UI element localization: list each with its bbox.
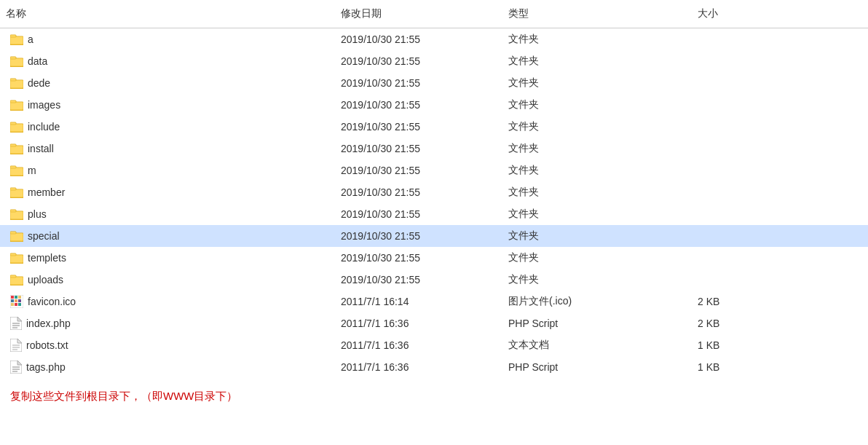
table-row[interactable]: plus 2019/10/30 21:55 文件夹 xyxy=(0,203,868,225)
svg-rect-69 xyxy=(10,277,23,285)
file-type: 文件夹 xyxy=(508,142,539,155)
file-name-col: data xyxy=(0,53,335,69)
file-type-col: 文件夹 xyxy=(502,140,692,157)
file-date: 2019/10/30 21:55 xyxy=(341,230,420,242)
svg-rect-79 xyxy=(11,303,14,306)
file-name: images xyxy=(28,99,60,111)
file-date-col: 2019/10/30 21:55 xyxy=(335,184,502,200)
file-date-col: 2019/10/30 21:55 xyxy=(335,250,502,266)
file-size: 1 KB xyxy=(698,361,719,373)
header-date: 修改日期 xyxy=(335,4,502,23)
file-name-col: a xyxy=(0,31,335,47)
file-date-col: 2019/10/30 21:55 xyxy=(335,162,502,178)
file-date: 2011/7/1 16:14 xyxy=(341,296,409,307)
file-type: 文件夹 xyxy=(508,55,539,68)
table-row[interactable]: m 2019/10/30 21:55 文件夹 xyxy=(0,160,868,181)
file-type-col: 文件夹 xyxy=(502,249,692,267)
table-row[interactable]: member 2019/10/30 21:55 文件夹 xyxy=(0,181,868,203)
file-size-col xyxy=(692,37,779,42)
file-date: 2019/10/30 21:55 xyxy=(341,143,420,154)
svg-rect-75 xyxy=(18,296,21,299)
svg-rect-17 xyxy=(10,79,16,81)
svg-rect-74 xyxy=(15,296,17,299)
svg-rect-51 xyxy=(10,211,23,219)
file-size-col xyxy=(692,103,779,107)
svg-rect-80 xyxy=(15,303,17,306)
table-row[interactable]: data 2019/10/30 21:55 文件夹 xyxy=(0,50,868,72)
table-row[interactable]: favicon.ico 2011/7/1 16:14 图片文件(.ico) 2 … xyxy=(0,291,868,312)
svg-rect-23 xyxy=(10,101,16,103)
svg-rect-41 xyxy=(10,166,16,168)
table-row[interactable]: uploads 2019/10/30 21:55 文件夹 xyxy=(0,269,868,291)
svg-rect-29 xyxy=(10,122,16,125)
file-type: 文件夹 xyxy=(508,98,539,111)
file-size-col xyxy=(692,190,779,194)
svg-rect-71 xyxy=(10,275,16,277)
file-name-col: templets xyxy=(0,250,335,266)
table-row[interactable]: tags.php 2011/7/1 16:36 PHP Script 1 KB xyxy=(0,356,868,378)
table-row[interactable]: dede 2019/10/30 21:55 文件夹 xyxy=(0,72,868,94)
file-name-col: special xyxy=(0,228,335,244)
folder-icon xyxy=(10,143,23,154)
file-name-col: index.php xyxy=(0,315,335,332)
file-name: plus xyxy=(28,208,47,220)
svg-rect-65 xyxy=(10,253,16,256)
table-row[interactable]: images 2019/10/30 21:55 文件夹 xyxy=(0,94,868,116)
file-name: install xyxy=(28,143,54,154)
header-type: 类型 xyxy=(502,4,692,23)
table-row[interactable]: index.php 2011/7/1 16:36 PHP Script 2 KB xyxy=(0,312,868,334)
file-name: data xyxy=(28,55,47,67)
file-type: 文件夹 xyxy=(508,33,539,46)
svg-marker-93 xyxy=(17,361,22,365)
file-type-col: 文件夹 xyxy=(502,205,692,223)
file-date: 2019/10/30 21:55 xyxy=(341,252,420,264)
table-row[interactable]: robots.txt 2011/7/1 16:36 文本文档 1 KB xyxy=(0,334,868,356)
svg-rect-63 xyxy=(10,255,23,263)
table-row[interactable]: a 2019/10/30 21:55 文件夹 xyxy=(0,28,868,50)
file-name: favicon.ico xyxy=(28,296,76,307)
folder-icon xyxy=(10,252,23,264)
file-type: PHP Script xyxy=(508,318,558,329)
file-type-col: 文件夹 xyxy=(502,74,692,92)
file-name-col: install xyxy=(0,141,335,157)
file-date-col: 2019/10/30 21:55 xyxy=(335,119,502,135)
file-date-col: 2011/7/1 16:36 xyxy=(335,315,502,331)
svg-rect-78 xyxy=(18,299,21,302)
file-name-col: member xyxy=(0,184,335,200)
svg-rect-47 xyxy=(10,188,16,190)
svg-rect-57 xyxy=(10,233,23,241)
file-size-col xyxy=(692,125,779,129)
file-date: 2019/10/30 21:55 xyxy=(341,208,420,220)
file-type: 文件夹 xyxy=(508,186,539,199)
file-date: 2019/10/30 21:55 xyxy=(341,165,420,176)
table-row[interactable]: install 2019/10/30 21:55 文件夹 xyxy=(0,138,868,160)
file-date-col: 2019/10/30 21:55 xyxy=(335,31,502,47)
file-type-col: PHP Script xyxy=(502,359,692,375)
file-date: 2019/10/30 21:55 xyxy=(341,55,420,67)
file-date-col: 2011/7/1 16:14 xyxy=(335,294,502,310)
file-size-col xyxy=(692,256,779,260)
table-row[interactable]: special 2019/10/30 21:55 文件夹 xyxy=(0,225,868,247)
table-row[interactable]: include 2019/10/30 21:55 文件夹 xyxy=(0,116,868,138)
folder-icon xyxy=(10,274,23,285)
file-date: 2019/10/30 21:55 xyxy=(341,274,420,285)
table-row[interactable]: templets 2019/10/30 21:55 文件夹 xyxy=(0,247,868,269)
svg-rect-77 xyxy=(15,299,17,302)
file-type: PHP Script xyxy=(508,361,558,373)
file-size-col: 2 KB xyxy=(692,294,779,310)
file-size-col xyxy=(692,212,779,216)
svg-rect-9 xyxy=(10,58,23,66)
file-size-col: 1 KB xyxy=(692,359,779,375)
file-date: 2011/7/1 16:36 xyxy=(341,318,409,329)
file-name-col: uploads xyxy=(0,272,335,288)
file-name: m xyxy=(28,165,36,176)
file-name: dede xyxy=(28,77,50,89)
file-name: include xyxy=(28,121,60,133)
file-name-col: m xyxy=(0,162,335,178)
file-rows-container: a 2019/10/30 21:55 文件夹 data 2019/10/30 2… xyxy=(0,28,868,378)
svg-marker-83 xyxy=(17,317,22,321)
svg-rect-27 xyxy=(10,124,23,132)
file-size: 2 KB xyxy=(698,296,719,307)
file-date: 2019/10/30 21:55 xyxy=(341,99,420,111)
file-type: 文件夹 xyxy=(508,120,539,133)
